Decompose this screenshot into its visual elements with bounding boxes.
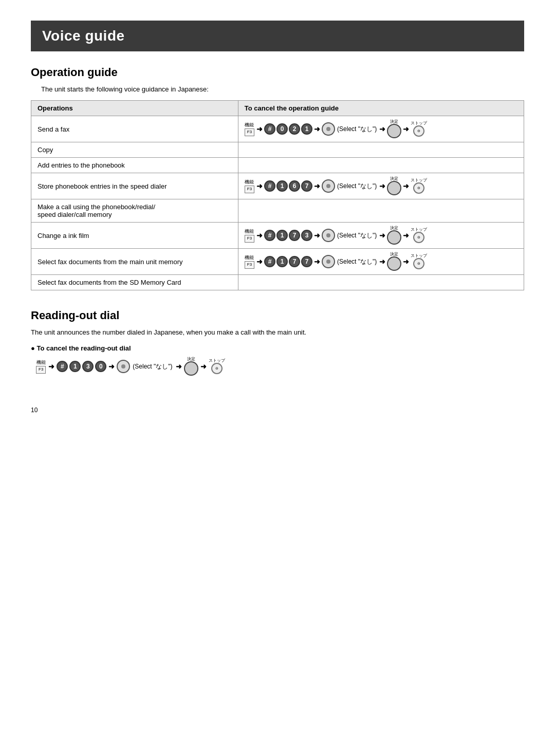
table-row: Select fax documents from the SD Memory …: [31, 275, 524, 290]
operations-table: Operations To cancel the operation guide…: [31, 100, 524, 290]
page-number: 10: [31, 407, 524, 414]
cancel-cell: [238, 199, 524, 223]
reading-out-dial-section: Reading-out dial The unit announces the …: [31, 309, 524, 376]
operation-guide-intro: The unit starts the following voice guid…: [41, 85, 524, 93]
cancel-cell: [238, 275, 524, 290]
reading-key-sequence: 機能 F3 ➜ # 1 3 0 ➜ (Select "なし") ➜ 決定 ➜ ス…: [36, 357, 524, 376]
dial-icon: [322, 255, 335, 268]
col2-header: To cancel the operation guide: [238, 101, 524, 116]
hash-icon: #: [264, 230, 275, 241]
table-row: Store phonebook entries in the speed dia…: [31, 173, 524, 199]
kino-key-wrap: 機能 F3: [36, 359, 46, 373]
stop-btn: ⊖: [413, 182, 424, 194]
page-title: Voice guide: [42, 28, 513, 44]
stop-btn: ⊖: [413, 125, 424, 137]
stop-btn: ⊖: [413, 232, 424, 243]
operation-cell: Make a call using the phonebook/redial/s…: [31, 199, 238, 223]
key-sequence: 機能 F3 ➜ # 1 7 7 ➜ (Select "なし") ➜ 決定: [245, 252, 428, 271]
table-row: Select fax documents from the main unit …: [31, 249, 524, 275]
page-title-bar: Voice guide: [31, 21, 524, 51]
stop-btn: ⊖: [211, 363, 223, 374]
key-sequence: 機能 F3 ➜ # 0 2 1 ➜ (Select "なし") ➜ 決定: [245, 120, 428, 138]
cancel-cell: 機能 F3 ➜ # 1 6 7 ➜ (Select "なし") ➜ 決定: [238, 173, 524, 199]
dial-icon: [322, 122, 335, 136]
table-row: Copy: [31, 142, 524, 158]
operation-cell: Change a ink film: [31, 223, 238, 249]
cancel-cell: 機能 F3 ➜ # 1 7 3 ➜ (Select "なし") ➜ 決定: [238, 223, 524, 249]
hash-icon: #: [264, 180, 275, 192]
operation-cell: Copy: [31, 142, 238, 158]
hash-icon: #: [57, 361, 68, 372]
operation-guide-section: Operation guide The unit starts the foll…: [31, 66, 524, 290]
reading-out-dial-title: Reading-out dial: [31, 309, 524, 322]
cancel-cell: 機能 F3 ➜ # 1 7 7 ➜ (Select "なし") ➜ 決定: [238, 249, 524, 275]
kino-key-wrap: 機能 F3: [245, 122, 254, 136]
key-sequence: 機能 F3 ➜ # 1 6 7 ➜ (Select "なし") ➜ 決定: [245, 177, 428, 195]
cancel-cell: [238, 142, 524, 158]
col1-header: Operations: [31, 101, 238, 116]
cancel-cell: [238, 158, 524, 173]
confirm-btn: [387, 124, 401, 138]
confirm-btn: [184, 361, 198, 376]
confirm-btn: [387, 181, 401, 195]
operation-cell: Send a fax: [31, 116, 238, 142]
kino-key-wrap: 機能 F3: [245, 228, 254, 242]
operation-cell: Store phonebook entries in the speed dia…: [31, 173, 238, 199]
hash-icon: #: [264, 123, 275, 135]
kino-key-wrap: 機能 F3: [245, 254, 254, 268]
kino-key-wrap: 機能 F3: [245, 179, 254, 193]
operation-cell: Add entries to the phonebook: [31, 158, 238, 173]
dial-icon: [322, 179, 335, 193]
key-sequence: 機能 F3 ➜ # 1 7 3 ➜ (Select "なし") ➜ 決定: [245, 226, 428, 245]
confirm-btn: [387, 230, 401, 245]
dial-icon: [322, 229, 335, 242]
table-row: Add entries to the phonebook: [31, 158, 524, 173]
operation-guide-title: Operation guide: [31, 66, 524, 79]
reading-intro: The unit announces the number dialed in …: [31, 328, 524, 336]
cancel-cell: 機能 F3 ➜ # 0 2 1 ➜ (Select "なし") ➜ 決定: [238, 116, 524, 142]
operation-cell: Select fax documents from the SD Memory …: [31, 275, 238, 290]
table-row: Make a call using the phonebook/redial/s…: [31, 199, 524, 223]
table-row: Change a ink film 機能 F3 ➜ # 1 7 3 ➜: [31, 223, 524, 249]
operation-cell: Select fax documents from the main unit …: [31, 249, 238, 275]
cancel-reading-label: To cancel the reading-out dial: [31, 344, 524, 352]
hash-icon: #: [264, 256, 275, 267]
confirm-btn: [387, 256, 401, 271]
table-row: Send a fax 機能 F3 ➜ # 0 2 1 ➜: [31, 116, 524, 142]
dial-icon: [117, 360, 130, 373]
stop-btn: ⊖: [413, 258, 424, 269]
